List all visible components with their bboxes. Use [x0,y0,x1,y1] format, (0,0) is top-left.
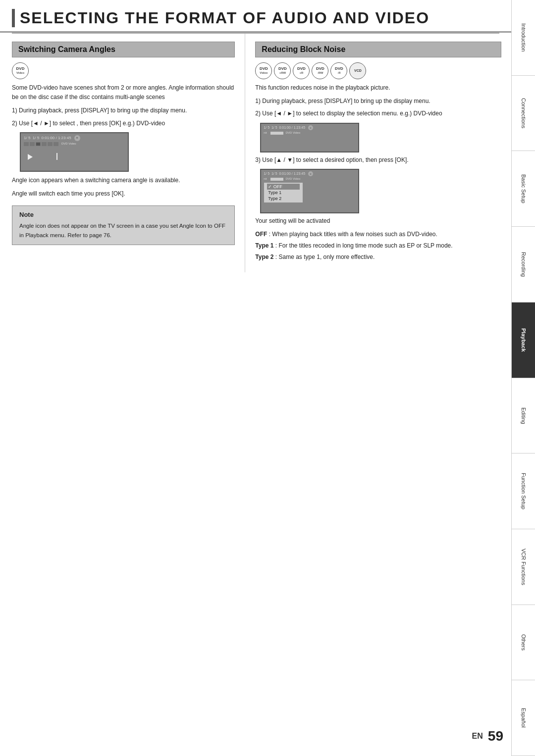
sidebar-item-espanol[interactable]: Español [512,680,535,756]
badge-dvd-minus-rw: DVD -RW [312,62,328,79]
badge-dvd-minus-r: DVD -R [330,62,347,79]
left-column: Switching Camera Angles DVD Video Some D… [0,34,245,272]
sidebar-label-playback: Playback [521,328,527,352]
sidebar-item-introduction[interactable]: Introduction [512,0,535,76]
sidebar-item-recording[interactable]: Recording [512,227,535,302]
screen-cursor [56,153,57,160]
right-section-title: Reducing Block Noise [262,45,345,53]
dropdown-item-off: ✓ OFF [267,184,300,190]
dropdown-item-type2: Type 2 [267,196,300,202]
screen-row-1: 1/ 5 1/ 5 0:01:00 / 1:23:45 + [24,135,125,141]
activated-text: Your setting will be activated [255,216,501,226]
sidebar-label-function-setup: Function Setup [521,473,527,509]
screen-mockup-right-3: 1/ 5 1/ 5 0:01:00 / 1:23:45 + nit DVD Vi… [260,169,359,213]
screen-mockup-left: 1/ 5 1/ 5 0:01:00 / 1:23:45 + DVD Video [20,132,129,172]
dvd-badge: DVD Video [12,62,29,79]
dropdown-item-type1: Type 1 [267,190,300,196]
badge-dvd-plus-r: DVD +R [293,62,310,79]
left-section-header: Switching Camera Angles [12,42,235,57]
screen-icon-row: DVD Video [24,142,125,146]
angle-note-2: Angle will switch each time you press [O… [12,189,235,199]
note-title: Note [19,211,227,218]
page-title: SELECTING THE FORMAT OF AUDIO AND VIDEO [12,9,499,27]
left-intro-text: Some DVD-video have scenes shot from 2 o… [12,83,235,102]
right-section-header: Reducing Block Noise [255,42,501,57]
en-label: EN [472,732,483,741]
right-step-2: 2) Use [◄ / ►] to select to display the … [255,109,501,118]
right-column: Reducing Block Noise DVD Video DVD +RW D… [245,34,511,272]
note-text: Angle icon does not appear on the TV scr… [19,221,227,240]
option-off: OFF : When playing back titles with a fe… [255,230,501,239]
screen-dropdown: ✓ OFF Type 1 Type 2 [264,182,303,203]
page-footer: EN 59 [472,728,503,744]
sidebar-item-playback[interactable]: Playback [512,302,535,378]
sidebar-item-connections[interactable]: Connections [512,76,535,151]
angle-note-1: Angle icon appears when a switching came… [12,176,235,185]
sidebar-item-others[interactable]: Others [512,605,535,681]
content-columns: Switching Camera Angles DVD Video Some D… [0,34,511,272]
right-intro-text: This function reduces noise in the playb… [255,83,501,93]
right-steps: 1) During playback, press [DISPLAY] to b… [255,97,501,118]
sidebar: Introduction Connections Basic Setup Rec… [511,0,535,756]
page-number: 59 [488,728,503,744]
right-step-3: 3) Use [▲ / ▼] to select a desired optio… [255,155,501,165]
sidebar-item-function-setup[interactable]: Function Setup [512,454,535,529]
right-step-1: 1) During playback, press [DISPLAY] to b… [255,97,501,106]
screen-play-icon [28,154,33,160]
sidebar-label-introduction: Introduction [521,23,527,51]
option-type1: Type 1 : For the titles recoded in long … [255,241,501,251]
sidebar-label-espanol: Español [521,708,527,728]
left-step-2: 2) Use [◄ / ►] to select , then press [O… [12,119,235,128]
badge-vcd: VCD [349,62,366,79]
main-content: SELECTING THE FORMAT OF AUDIO AND VIDEO … [0,0,511,272]
sidebar-item-editing[interactable]: Editing [512,378,535,454]
note-box: Note Angle icon does not appear on the T… [12,205,235,245]
left-badge-row: DVD Video [12,62,235,79]
option-type2: Type 2 : Same as type 1, only more effec… [255,252,501,262]
dvd-badge-icon: DVD [16,67,25,71]
badge-dvd-plus-rw: DVD +RW [274,62,291,79]
dvd-badge-sub: Video [16,71,24,75]
sidebar-label-recording: Recording [521,252,527,277]
sidebar-item-vcr-functions[interactable]: VCR Functions [512,529,535,605]
left-section-title: Switching Camera Angles [18,45,115,53]
sidebar-label-vcr-functions: VCR Functions [521,549,527,585]
sidebar-label-others: Others [521,634,527,651]
right-badge-row: DVD Video DVD +RW DVD +R DVD -RW DVD - [255,62,501,79]
page-title-bar: SELECTING THE FORMAT OF AUDIO AND VIDEO [0,0,511,33]
screen-mockup-right-2: 1/ 5 1/ 5 0:01:00 / 1:23:45 + nit DVD Vi… [260,123,359,152]
sidebar-label-basic-setup: Basic Setup [521,174,527,203]
left-step-1: 1) During playback, press [DISPLAY] to b… [12,106,235,115]
sidebar-label-editing: Editing [521,407,527,424]
left-steps: 1) During playback, press [DISPLAY] to b… [12,106,235,128]
sidebar-item-basic-setup[interactable]: Basic Setup [512,151,535,227]
badge-dvd-video: DVD Video [255,62,272,79]
sidebar-label-connections: Connections [521,98,527,128]
